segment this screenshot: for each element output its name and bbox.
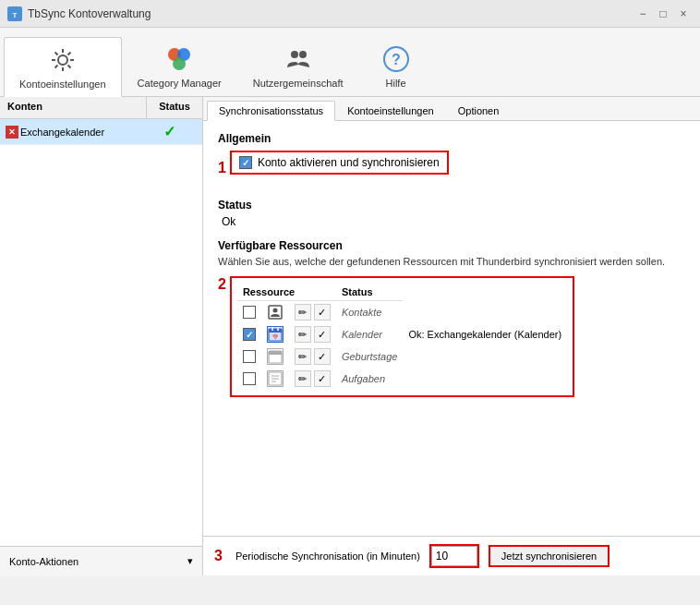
kontakte-checkbox[interactable] [243,306,256,319]
kalender-edit-button[interactable]: ✏ [295,326,311,343]
table-row: ✓ [237,323,567,345]
resources-section: Verfügbare Ressourcen Wählen Sie aus, we… [218,239,685,408]
svg-point-19 [272,309,277,313]
aufgaben-check-button[interactable]: ✓ [314,370,331,387]
maximize-button[interactable]: □ [654,5,672,23]
kontakte-status [403,301,567,324]
svg-text:?: ? [392,52,401,67]
sidebar-items: ✕ Exchangekalender ✓ [0,119,202,546]
task-icon [267,370,284,387]
tab-nutzergemeinschaft-label: Nutzergemeinschaft [253,78,344,89]
exchange-x-icon: ✕ [6,126,18,139]
col-ressource: Ressource [237,284,336,301]
svg-point-14 [291,51,298,58]
sidebar-item-exchangekalender[interactable]: ✕ Exchangekalender ✓ [0,119,202,145]
svg-line-7 [54,52,57,54]
svg-line-9 [67,52,70,54]
geburtstage-checkbox[interactable] [243,350,256,363]
category-icon [164,44,194,74]
minimize-button[interactable]: − [634,5,652,23]
inner-tab-synchronisationsstatus[interactable]: Synchronisationsstatus [207,101,335,121]
sidebar: Konten Status ✕ Exchangekalender ✓ Konto… [0,97,203,575]
sync-number-wrap [429,544,479,568]
kalender-check-icon: ✓ [246,330,253,340]
svg-rect-21 [269,329,282,333]
svg-rect-26 [269,351,282,355]
question-icon: ? [381,44,411,74]
svg-text:T: T [13,11,18,19]
geburtstage-status [403,345,567,368]
tab-hilfe-label: Hilfe [386,78,406,89]
kontakte-edit-button[interactable]: ✏ [295,304,311,321]
sidebar-item-name: Exchangekalender [20,127,141,138]
kalender-check-button[interactable]: ✓ [314,326,331,343]
resources-table-wrapper: Ressource Status [230,276,574,397]
sidebar-item-status: ✓ [141,123,197,140]
activate-checkbox[interactable]: ✓ [239,156,252,169]
svg-point-15 [299,51,307,58]
content-body: Allgemein 1 ✓ Konto aktivieren und synch… [203,121,700,536]
kontakte-name: Kontakte [342,307,381,318]
titlebar: T TbSync Kontoverwaltung − □ × [0,0,700,28]
status-section: Status Ok [218,199,685,228]
main-layout: Konten Status ✕ Exchangekalender ✓ Konto… [0,97,700,575]
resources-title: Verfügbare Ressourcen [218,239,685,252]
kalender-actions: ✏ ✓ [295,326,331,343]
tab-category-manager-label: Category Manager [138,78,222,89]
sidebar-col-status: Status [147,97,202,118]
kontakte-check-button[interactable]: ✓ [314,304,331,321]
calendar-icon: 📅 [267,326,284,343]
window-controls: − □ × [634,5,693,23]
checkbox-check-icon: ✓ [242,158,249,168]
geburtstage-check-button[interactable]: ✓ [314,348,331,365]
geburtstage-actions: ✏ ✓ [295,348,331,365]
tab-kontoeinstellungen-label: Kontoeinstellungen [19,79,106,90]
geburtstage-edit-button[interactable]: ✏ [295,348,311,365]
table-row: ✏ ✓ Geburtstage [237,345,567,368]
sidebar-col-konten: Konten [0,97,147,118]
inner-tabs: Synchronisationsstatus Kontoeinstellunge… [203,97,700,121]
geburtstage-name: Geburtstage [342,351,398,362]
kalender-status: Ok: Exchangekalender (Kalender) [403,323,567,345]
contacts-icon [267,304,284,321]
inner-tab-optionen[interactable]: Optionen [446,101,512,120]
svg-line-8 [67,65,70,67]
step-3-label: 3 [214,548,223,564]
inner-tab-kontoeinstellungen[interactable]: Kontoeinstellungen [335,101,446,120]
table-row: ✏ ✓ Kontakte [237,301,567,324]
allgemein-title: Allgemein [218,132,685,145]
people-icon [284,44,313,74]
close-button[interactable]: × [674,5,693,23]
tab-category-manager[interactable]: Category Manager [122,36,237,96]
kalender-checkbox[interactable]: ✓ [243,328,256,341]
sync-label: Periodische Synchronisation (in Minuten) [235,551,420,562]
table-row: ✏ ✓ Aufgaben [237,368,567,390]
konto-aktionen-button[interactable]: Konto-Aktionen ▾ [0,547,202,576]
svg-text:📅: 📅 [272,334,279,341]
aufgaben-edit-button[interactable]: ✏ [295,370,311,387]
window-title: TbSync Kontoverwaltung [28,7,151,20]
aufgaben-actions: ✏ ✓ [295,370,331,387]
aufgaben-checkbox[interactable] [243,372,256,385]
gear-icon [48,45,78,75]
aufgaben-status [403,368,567,390]
sidebar-bottom: Konto-Aktionen ▾ [0,546,202,575]
sync-now-button[interactable]: Jetzt synchronisieren [489,545,609,567]
svg-point-13 [173,57,186,70]
content-area: Synchronisationsstatus Kontoeinstellunge… [203,97,700,575]
svg-line-10 [54,65,57,67]
toolbar: Kontoeinstellungen Category Manager Nutz… [0,28,700,97]
activate-label: Konto aktivieren und synchronisieren [258,156,440,169]
sync-bar: 3 Periodische Synchronisation (in Minute… [203,536,700,575]
sidebar-header: Konten Status [0,97,202,119]
konto-aktionen-chevron-icon: ▾ [187,555,193,567]
sync-input[interactable] [431,546,477,566]
aufgaben-name: Aufgaben [342,373,385,384]
activate-checkbox-box: ✓ Konto aktivieren und synchronisieren [230,151,449,175]
resources-table: Ressource Status [237,284,567,390]
status-value: Ok [218,215,685,228]
tab-hilfe[interactable]: ? Hilfe [359,36,433,96]
app-icon: T [7,6,22,21]
tab-nutzergemeinschaft[interactable]: Nutzergemeinschaft [237,36,359,96]
tab-kontoeinstellungen[interactable]: Kontoeinstellungen [4,37,122,97]
